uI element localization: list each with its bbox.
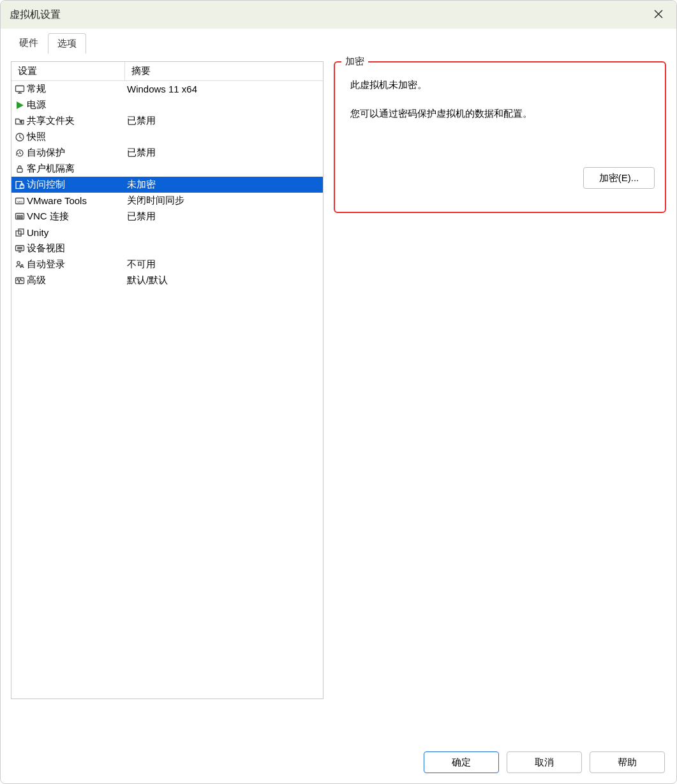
list-row-folder-share[interactable]: 共享文件夹已禁用 — [11, 113, 323, 129]
list-body: 常规Windows 11 x64电源共享文件夹已禁用快照自动保护已禁用客户机隔离… — [11, 81, 323, 288]
settings-window: 虚拟机设置 硬件 选项 设置 摘要 常规Windows 11 x64电源共享文件… — [0, 0, 677, 784]
row-label: 高级 — [26, 274, 125, 286]
window-close-button[interactable] — [650, 6, 667, 24]
row-summary: 已禁用 — [125, 147, 323, 159]
row-summary: 默认/默认 — [125, 274, 323, 286]
user-icon — [11, 260, 26, 270]
help-button[interactable]: 帮助 — [590, 751, 665, 773]
dialog-footer: 确定 取消 帮助 — [1, 745, 676, 783]
list-row-vm-box[interactable]: vmVMware Tools关闭时间同步 — [11, 193, 323, 209]
encryption-description: 您可以通过密码保护虚拟机的数据和配置。 — [345, 91, 655, 120]
clock-snap-icon — [11, 132, 26, 142]
box-lock-icon — [11, 180, 26, 190]
row-label: 快照 — [26, 131, 125, 143]
row-label: 客户机隔离 — [26, 163, 125, 175]
row-label: 电源 — [26, 99, 125, 111]
folder-share-icon — [11, 116, 26, 126]
encryption-button-row: 加密(E)... — [345, 120, 655, 189]
content-area: 设置 摘要 常规Windows 11 x64电源共享文件夹已禁用快照自动保护已禁… — [1, 54, 676, 745]
svg-point-12 — [21, 264, 23, 266]
ok-button[interactable]: 确定 — [424, 751, 499, 773]
tab-hardware[interactable]: 硬件 — [10, 33, 48, 53]
tab-options[interactable]: 选项 — [48, 33, 86, 54]
row-summary: Windows 11 x64 — [125, 84, 323, 94]
titlebar: 虚拟机设置 — [1, 1, 676, 29]
svg-rect-2 — [17, 168, 22, 172]
encryption-status-text: 此虚拟机未加密。 — [345, 75, 655, 91]
vm-box-icon: vm — [11, 196, 26, 206]
detail-panel: 加密 此虚拟机未加密。 您可以通过密码保护虚拟机的数据和配置。 加密(E)... — [334, 61, 666, 740]
row-summary: 未加密 — [125, 179, 323, 191]
lock-icon — [11, 164, 26, 174]
svg-rect-10 — [15, 246, 24, 251]
row-label: VMware Tools — [26, 195, 125, 206]
row-label: 访问控制 — [26, 179, 125, 191]
column-summary[interactable]: 摘要 — [125, 62, 323, 80]
list-row-lock[interactable]: 客户机隔离 — [11, 161, 323, 177]
list-row-monitor[interactable]: 常规Windows 11 x64 — [11, 81, 323, 97]
encrypt-button[interactable]: 加密(E)... — [583, 167, 655, 189]
row-summary: 不可用 — [125, 258, 323, 270]
close-icon — [653, 9, 664, 21]
encryption-group: 加密 此虚拟机未加密。 您可以通过密码保护虚拟机的数据和配置。 加密(E)... — [334, 61, 666, 213]
list-row-box-lock[interactable]: 访问控制未加密 — [11, 177, 323, 193]
row-label: 自动保护 — [26, 147, 125, 159]
clock-back-icon — [11, 148, 26, 158]
row-label: Unity — [26, 227, 125, 238]
list-row-user[interactable]: 自动登录不可用 — [11, 256, 323, 272]
wave-icon — [11, 276, 26, 286]
column-setting[interactable]: 设置 — [11, 62, 125, 80]
device-view-icon — [11, 244, 26, 254]
row-label: 自动登录 — [26, 258, 125, 270]
row-label: 设备视图 — [26, 242, 125, 255]
list-header: 设置 摘要 — [11, 62, 323, 81]
row-label: 常规 — [26, 83, 125, 95]
vnc-icon — [11, 212, 26, 222]
list-row-clock-snap[interactable]: 快照 — [11, 129, 323, 145]
list-row-play[interactable]: 电源 — [11, 97, 323, 113]
row-label: 共享文件夹 — [26, 115, 125, 127]
svg-point-11 — [17, 261, 19, 263]
list-row-overlap[interactable]: Unity — [11, 225, 323, 240]
cancel-button[interactable]: 取消 — [507, 751, 582, 773]
tab-bar: 硬件 选项 — [1, 29, 676, 54]
svg-text:vm: vm — [17, 199, 22, 203]
group-title: 加密 — [341, 55, 368, 68]
svg-rect-4 — [20, 185, 24, 188]
window-title: 虚拟机设置 — [10, 8, 650, 22]
list-row-device-view[interactable]: 设备视图 — [11, 240, 323, 256]
row-summary: 已禁用 — [125, 211, 323, 223]
row-summary: 已禁用 — [125, 115, 323, 127]
svg-rect-0 — [15, 85, 24, 91]
play-icon — [11, 100, 26, 110]
row-label: VNC 连接 — [26, 211, 125, 223]
monitor-icon — [11, 84, 26, 94]
settings-list: 设置 摘要 常规Windows 11 x64电源共享文件夹已禁用快照自动保护已禁… — [11, 61, 324, 699]
overlap-icon — [11, 228, 26, 238]
list-row-wave[interactable]: 高级默认/默认 — [11, 272, 323, 288]
list-row-vnc[interactable]: VNC 连接已禁用 — [11, 209, 323, 225]
row-summary: 关闭时间同步 — [125, 195, 323, 207]
list-row-clock-back[interactable]: 自动保护已禁用 — [11, 145, 323, 161]
